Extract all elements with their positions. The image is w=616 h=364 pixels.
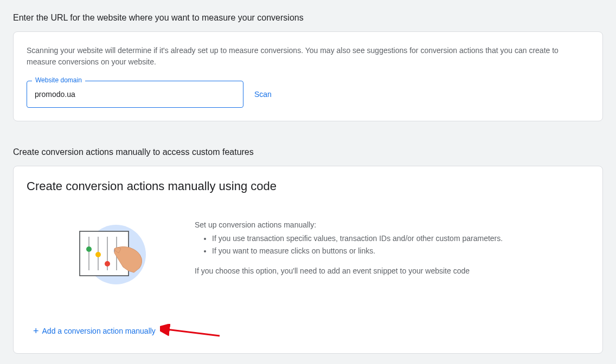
scan-description: Scanning your website will determine if …	[27, 45, 589, 68]
svg-point-8	[105, 261, 110, 266]
add-conversion-action-button[interactable]: + Add a conversion action manually	[33, 322, 156, 340]
section-heading-manual: Create conversion actions manually to ac…	[13, 147, 603, 157]
scan-website-card: Scanning your website will determine if …	[13, 31, 603, 121]
website-domain-label: Website domain	[32, 76, 85, 84]
svg-point-6	[86, 246, 92, 252]
manual-bullet-2: If you want to measure clicks on buttons…	[212, 245, 589, 257]
input-row: Website domain Scan	[27, 81, 589, 108]
manual-text-content: Set up conversion actions manually: If y…	[195, 219, 589, 279]
section-heading-url: Enter the URL for the website where you …	[13, 13, 603, 23]
manual-intro-text: Set up conversion actions manually:	[195, 219, 589, 231]
svg-line-11	[166, 329, 220, 336]
scan-button[interactable]: Scan	[252, 86, 274, 103]
manual-card-title: Create conversion actions manually using…	[27, 179, 589, 193]
manual-bullet-1: If you use transaction specific values, …	[212, 233, 589, 244]
plus-icon: +	[33, 326, 39, 336]
manual-content-row: Set up conversion actions manually: If y…	[27, 219, 589, 291]
svg-point-7	[95, 252, 101, 257]
manual-note-text: If you choose this option, you'll need t…	[195, 265, 589, 277]
arrow-annotation-icon	[160, 324, 225, 340]
sliders-illustration-icon	[70, 219, 151, 291]
manual-conversion-card: Create conversion actions manually using…	[13, 166, 603, 354]
website-domain-field-wrapper: Website domain	[27, 81, 243, 108]
website-domain-input[interactable]	[27, 81, 243, 108]
add-conversion-action-label: Add a conversion action manually	[42, 327, 156, 335]
